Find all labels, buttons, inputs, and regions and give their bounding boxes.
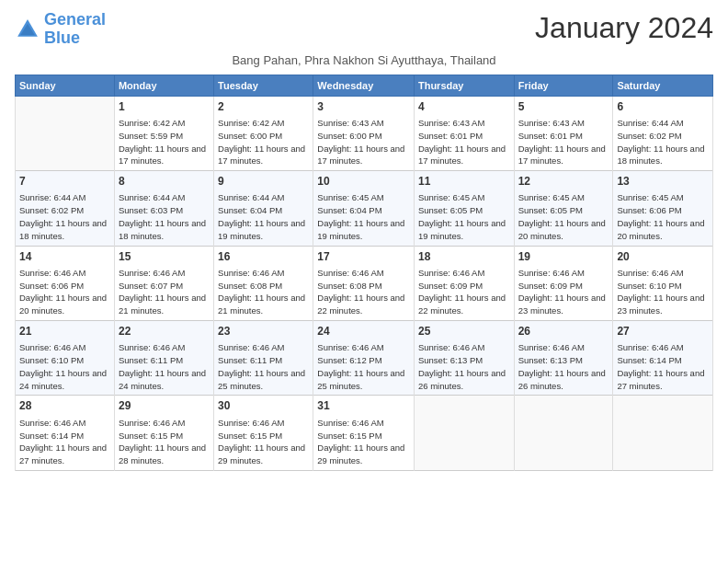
sunrise-text: Sunrise: 6:43 AM <box>418 117 510 130</box>
day-cell: 7Sunrise: 6:44 AMSunset: 6:02 PMDaylight… <box>16 171 115 246</box>
calendar-header-row: SundayMondayTuesdayWednesdayThursdayFrid… <box>16 75 713 96</box>
day-number: 9 <box>218 174 309 190</box>
day-cell: 27Sunrise: 6:46 AMSunset: 6:14 PMDayligh… <box>613 320 713 395</box>
daylight-text: Daylight: 11 hours and 17 minutes. <box>218 143 309 168</box>
daylight-text: Daylight: 11 hours and 20 minutes. <box>19 292 110 317</box>
logo-line1: General <box>44 10 106 29</box>
subtitle: Bang Pahan, Phra Nakhon Si Ayutthaya, Th… <box>15 53 713 67</box>
sunset-text: Sunset: 5:59 PM <box>119 130 210 143</box>
day-cell <box>16 96 115 170</box>
day-cell <box>414 396 514 470</box>
day-number: 15 <box>119 249 210 265</box>
day-number: 29 <box>119 398 210 414</box>
sunrise-text: Sunrise: 6:42 AM <box>218 117 309 130</box>
daylight-text: Daylight: 11 hours and 24 minutes. <box>119 367 210 393</box>
day-number: 8 <box>119 174 210 190</box>
day-cell: 19Sunrise: 6:46 AMSunset: 6:09 PMDayligh… <box>514 246 613 320</box>
daylight-text: Daylight: 11 hours and 17 minutes. <box>119 143 210 168</box>
day-number: 19 <box>518 249 609 265</box>
daylight-text: Daylight: 11 hours and 23 minutes. <box>617 292 709 317</box>
sunset-text: Sunset: 6:11 PM <box>119 354 210 367</box>
day-number: 3 <box>317 99 410 115</box>
sunrise-text: Sunrise: 6:46 AM <box>218 417 309 430</box>
week-row-4: 21Sunrise: 6:46 AMSunset: 6:10 PMDayligh… <box>16 320 713 395</box>
daylight-text: Daylight: 11 hours and 18 minutes. <box>19 217 110 243</box>
sunset-text: Sunset: 6:03 PM <box>119 204 210 217</box>
sunset-text: Sunset: 6:02 PM <box>19 204 110 217</box>
sunrise-text: Sunrise: 6:46 AM <box>218 267 309 280</box>
sunset-text: Sunset: 6:08 PM <box>218 280 309 293</box>
day-cell: 11Sunrise: 6:45 AMSunset: 6:05 PMDayligh… <box>414 171 514 246</box>
day-header-monday: Monday <box>114 75 213 96</box>
sunrise-text: Sunrise: 6:46 AM <box>19 417 110 430</box>
day-cell: 5Sunrise: 6:43 AMSunset: 6:01 PMDaylight… <box>514 96 613 170</box>
day-number: 13 <box>617 174 709 190</box>
sunrise-text: Sunrise: 6:46 AM <box>119 267 210 280</box>
day-cell: 18Sunrise: 6:46 AMSunset: 6:09 PMDayligh… <box>414 246 514 320</box>
sunrise-text: Sunrise: 6:46 AM <box>119 417 210 430</box>
sunrise-text: Sunrise: 6:46 AM <box>518 341 609 354</box>
day-number: 4 <box>418 99 510 115</box>
title-section: January 2024 <box>535 11 713 45</box>
page-container: General Blue January 2024 Bang Pahan, Ph… <box>0 0 728 478</box>
sunrise-text: Sunrise: 6:46 AM <box>119 341 210 354</box>
daylight-text: Daylight: 11 hours and 19 minutes. <box>218 217 309 243</box>
sunrise-text: Sunrise: 6:44 AM <box>19 191 110 204</box>
day-header-saturday: Saturday <box>613 75 713 96</box>
sunset-text: Sunset: 6:09 PM <box>418 280 510 293</box>
day-number: 2 <box>218 99 309 115</box>
day-cell: 12Sunrise: 6:45 AMSunset: 6:05 PMDayligh… <box>514 171 613 246</box>
daylight-text: Daylight: 11 hours and 29 minutes. <box>218 442 309 467</box>
daylight-text: Daylight: 11 hours and 23 minutes. <box>518 292 609 317</box>
daylight-text: Daylight: 11 hours and 27 minutes. <box>19 442 110 467</box>
sunrise-text: Sunrise: 6:46 AM <box>19 341 110 354</box>
sunrise-text: Sunrise: 6:43 AM <box>317 117 410 130</box>
sunset-text: Sunset: 6:02 PM <box>617 130 709 143</box>
month-title: January 2024 <box>535 11 713 45</box>
day-cell: 30Sunrise: 6:46 AMSunset: 6:15 PMDayligh… <box>214 396 313 470</box>
week-row-2: 7Sunrise: 6:44 AMSunset: 6:02 PMDaylight… <box>16 171 713 246</box>
week-row-3: 14Sunrise: 6:46 AMSunset: 6:06 PMDayligh… <box>16 246 713 320</box>
daylight-text: Daylight: 11 hours and 17 minutes. <box>518 143 609 168</box>
day-header-sunday: Sunday <box>16 75 115 96</box>
daylight-text: Daylight: 11 hours and 18 minutes. <box>617 143 709 168</box>
day-header-thursday: Thursday <box>414 75 514 96</box>
header: General Blue January 2024 <box>15 11 713 48</box>
sunrise-text: Sunrise: 6:46 AM <box>317 267 410 280</box>
day-cell: 4Sunrise: 6:43 AMSunset: 6:01 PMDaylight… <box>414 96 514 170</box>
sunrise-text: Sunrise: 6:46 AM <box>617 267 709 280</box>
sunrise-text: Sunrise: 6:46 AM <box>218 341 309 354</box>
sunset-text: Sunset: 6:04 PM <box>218 204 309 217</box>
sunset-text: Sunset: 6:15 PM <box>317 430 410 442</box>
daylight-text: Daylight: 11 hours and 20 minutes. <box>518 217 609 243</box>
sunrise-text: Sunrise: 6:45 AM <box>617 191 709 204</box>
daylight-text: Daylight: 11 hours and 22 minutes. <box>317 292 410 317</box>
logo: General Blue <box>15 11 106 48</box>
day-number: 18 <box>418 249 510 265</box>
day-number: 17 <box>317 249 410 265</box>
day-cell: 15Sunrise: 6:46 AMSunset: 6:07 PMDayligh… <box>114 246 213 320</box>
day-cell: 31Sunrise: 6:46 AMSunset: 6:15 PMDayligh… <box>313 396 415 470</box>
sunrise-text: Sunrise: 6:42 AM <box>119 117 210 130</box>
sunrise-text: Sunrise: 6:46 AM <box>418 267 510 280</box>
daylight-text: Daylight: 11 hours and 21 minutes. <box>218 292 309 317</box>
day-cell: 2Sunrise: 6:42 AMSunset: 6:00 PMDaylight… <box>214 96 313 170</box>
day-number: 16 <box>218 249 309 265</box>
sunset-text: Sunset: 6:01 PM <box>518 130 609 143</box>
day-header-friday: Friday <box>514 75 613 96</box>
logo-icon <box>15 17 40 42</box>
sunset-text: Sunset: 6:13 PM <box>518 354 609 367</box>
sunrise-text: Sunrise: 6:46 AM <box>19 267 110 280</box>
sunrise-text: Sunrise: 6:46 AM <box>317 341 410 354</box>
day-cell: 23Sunrise: 6:46 AMSunset: 6:11 PMDayligh… <box>214 320 313 395</box>
sunrise-text: Sunrise: 6:43 AM <box>518 117 609 130</box>
daylight-text: Daylight: 11 hours and 28 minutes. <box>119 442 210 467</box>
day-number: 1 <box>119 99 210 115</box>
sunrise-text: Sunrise: 6:44 AM <box>119 191 210 204</box>
sunset-text: Sunset: 6:10 PM <box>19 354 110 367</box>
day-number: 7 <box>19 174 110 190</box>
day-number: 12 <box>518 174 609 190</box>
day-number: 31 <box>317 398 410 414</box>
day-cell: 20Sunrise: 6:46 AMSunset: 6:10 PMDayligh… <box>613 246 713 320</box>
day-cell: 29Sunrise: 6:46 AMSunset: 6:15 PMDayligh… <box>114 396 213 470</box>
